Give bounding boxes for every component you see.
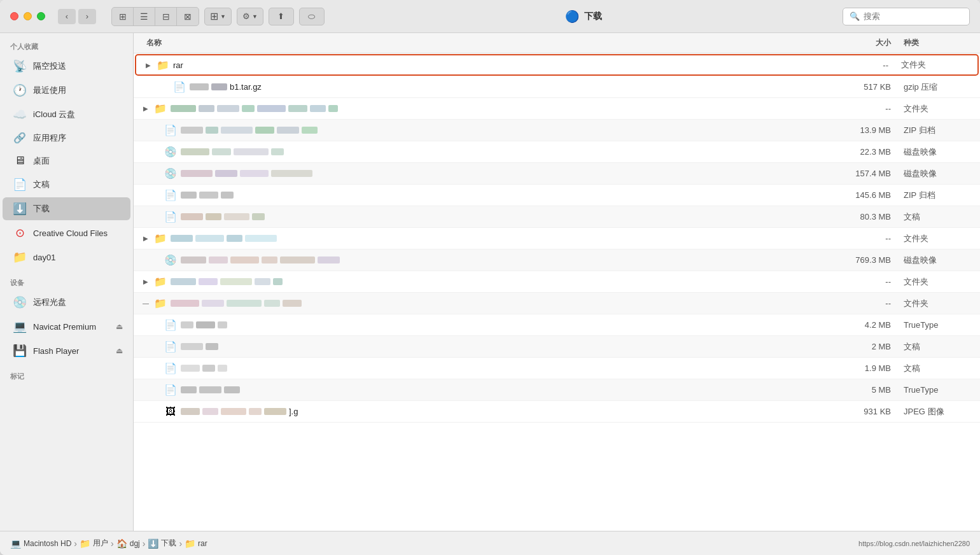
table-row[interactable]: — 📁 -- 文件夹 (134, 293, 980, 314)
forward-button[interactable]: › (78, 9, 96, 24)
column-view-btn[interactable]: ⊟ (155, 8, 177, 25)
search-box[interactable]: 🔍 (843, 8, 970, 25)
table-row[interactable]: ▶ 📁 -- 文件夹 (134, 98, 980, 120)
expand-placeholder (164, 83, 169, 92)
sidebar-item-documents[interactable]: 📄 文稿 (3, 173, 130, 196)
file-icon: 📄 (164, 189, 177, 201)
share-btn[interactable]: ⬆ (269, 8, 294, 25)
file-name-cell: 📄 (134, 384, 821, 396)
recents-icon: 🕐 (13, 83, 27, 97)
file-kind: ZIP 归档 (904, 190, 980, 201)
sidebar-item-optical[interactable]: 💿 远程光盘 (3, 291, 130, 314)
table-row[interactable]: 💿 769.3 MB 磁盘映像 (134, 249, 980, 271)
nav-buttons: ‹ › (58, 9, 96, 24)
flash-eject-icon[interactable]: ⏏ (116, 346, 123, 355)
file-size: -- (818, 60, 901, 70)
navicat-icon: 💻 (13, 320, 27, 334)
file-size: 157.4 MB (821, 169, 904, 178)
table-row[interactable]: 🖼 ].g 931 KB JPEG 图像 (134, 401, 980, 423)
table-row[interactable]: ▶ 📁 rar -- 文件夹 (135, 54, 979, 76)
breadcrumb-sep-3: › (143, 538, 146, 549)
window-title: 下载 (584, 11, 602, 22)
file-size: 80.3 MB (821, 212, 904, 221)
search-input[interactable] (864, 11, 963, 21)
table-row[interactable]: 📄 80.3 MB 文稿 (134, 206, 980, 228)
sidebar-item-apps[interactable]: 🔗 应用程序 (3, 127, 130, 148)
breadcrumb-label-users: 用户 (93, 538, 108, 549)
gallery-view-btn[interactable]: ⊠ (177, 8, 199, 25)
file-icon: 📄 (164, 362, 177, 374)
file-name-cell: ▶ 📁 rar (136, 59, 818, 71)
size-column-header: 大小 (821, 38, 904, 48)
sidebar-item-flash[interactable]: 💾 Flash Player ⏏ (3, 339, 130, 362)
expand-btn[interactable]: ▶ (141, 278, 150, 286)
sidebar-label-downloads: 下载 (33, 203, 123, 214)
file-size: 931 KB (821, 407, 904, 416)
table-row[interactable]: ▶ 📁 -- 文件夹 (134, 228, 980, 249)
file-name-cell: 💿 (134, 254, 821, 266)
sidebar-label-airdrop: 隔空投送 (33, 60, 123, 72)
back-button[interactable]: ‹ (58, 9, 76, 24)
finder-window: ‹ › ⊞ ☰ ⊟ ⊠ ⊞ ▼ ⚙ ▼ ⬆ ⬭ (0, 0, 980, 555)
documents-icon: 📄 (13, 178, 27, 192)
file-icon: 📄 (164, 211, 177, 223)
expand-btn[interactable]: ▶ (141, 104, 150, 113)
icon-view-btn[interactable]: ⊞ (112, 8, 134, 25)
downloads-title-icon: 🔵 (565, 10, 579, 24)
maximize-button[interactable] (37, 12, 45, 20)
breadcrumb-item-users[interactable]: 📁 用户 (80, 538, 108, 549)
table-row[interactable]: 📄 1.9 MB 文稿 (134, 358, 980, 379)
icloud-icon: ☁️ (13, 108, 27, 122)
sidebar-item-icloud[interactable]: ☁️ iCloud 云盘 (3, 103, 130, 126)
sidebar-item-creative[interactable]: ⊙ Creative Cloud Files (3, 221, 130, 244)
close-button[interactable] (10, 12, 18, 20)
table-row[interactable]: 💿 22.3 MB 磁盘映像 (134, 141, 980, 163)
main-area: 个人收藏 📡 隔空投送 🕐 最近使用 ☁️ iCloud 云盘 🔗 应用程序 🖥… (0, 33, 980, 531)
file-name-cell: 📄 (134, 211, 821, 223)
file-name-cell: 💿 (134, 167, 821, 179)
navicat-eject-icon[interactable]: ⏏ (116, 322, 123, 331)
minimize-button[interactable] (24, 12, 32, 20)
sidebar-item-recents[interactable]: 🕐 最近使用 (3, 79, 130, 102)
sort-btn[interactable]: ⚙ ▼ (237, 8, 263, 25)
table-row[interactable]: 📄 5 MB TrueType (134, 379, 980, 401)
file-size: 769.3 MB (821, 255, 904, 265)
table-row[interactable]: 📄 2 MB 文稿 (134, 336, 980, 358)
search-icon: 🔍 (850, 11, 860, 21)
tag-btn[interactable]: ⬭ (299, 8, 325, 25)
sidebar-label-documents: 文稿 (33, 179, 123, 190)
breadcrumb-sep-2: › (111, 538, 114, 549)
sidebar-item-desktop[interactable]: 🖥 桌面 (3, 150, 130, 172)
file-size: 1.9 MB (821, 363, 904, 373)
table-row[interactable]: 📄 4.2 MB TrueType (134, 314, 980, 336)
table-row[interactable]: ▶ 📁 -- 文件夹 (134, 271, 980, 293)
list-view-btn[interactable]: ☰ (134, 8, 155, 25)
sidebar-item-downloads[interactable]: ⬇️ 下载 (3, 197, 130, 220)
kind-column-header: 种类 (904, 38, 980, 48)
table-row[interactable]: 📄 145.6 MB ZIP 归档 (134, 185, 980, 206)
table-row[interactable]: 📄 13.9 MB ZIP 归档 (134, 120, 980, 141)
sidebar-item-airdrop[interactable]: 📡 隔空投送 (3, 55, 130, 78)
tags-section-label: 标记 (0, 363, 133, 384)
file-size: -- (821, 104, 904, 113)
file-name-cell: ▶ 📁 (134, 102, 821, 115)
breadcrumb-item-downloads[interactable]: ⬇️ 下载 (148, 538, 176, 549)
sidebar-item-navicat[interactable]: 💻 Navicat Premium ⏏ (3, 315, 130, 338)
hd-icon: 💻 (10, 538, 21, 549)
breadcrumb-label-user: dgj (130, 539, 140, 548)
expand-btn[interactable]: — (141, 299, 150, 308)
expand-btn[interactable]: ▶ (144, 60, 153, 69)
downloads-bc-icon: ⬇️ (148, 538, 158, 549)
file-kind: TrueType (904, 385, 980, 395)
breadcrumb-item-rar[interactable]: 📁 rar (185, 538, 207, 549)
breadcrumb-item-hd[interactable]: 💻 Macintosh HD (10, 538, 71, 549)
table-row[interactable]: 📄 b1.tar.gz 517 KB gzip 压缩 (134, 76, 980, 98)
breadcrumb-item-user[interactable]: 🏠 dgj (116, 538, 140, 549)
table-row[interactable]: 💿 157.4 MB 磁盘映像 (134, 163, 980, 185)
home-icon: 🏠 (116, 538, 127, 549)
grid-view-btn[interactable]: ⊞ ▼ (204, 8, 232, 25)
folder-icon: 📁 (154, 102, 167, 115)
expand-btn[interactable]: ▶ (141, 234, 150, 243)
disk-icon: 💿 (164, 146, 177, 158)
sidebar-item-day01[interactable]: 📁 day01 (3, 246, 130, 269)
